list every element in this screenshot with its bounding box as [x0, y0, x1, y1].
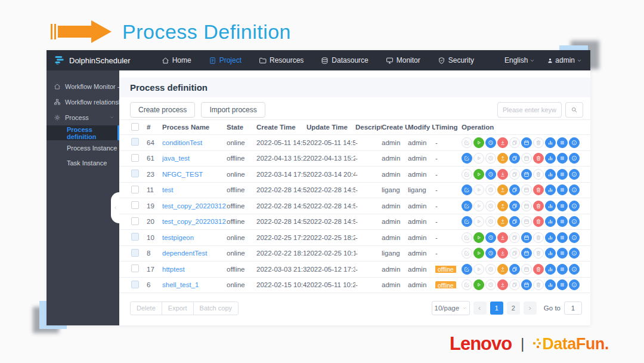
run-button[interactable]	[473, 232, 484, 243]
edit-button[interactable]	[462, 248, 472, 259]
edit-button[interactable]	[462, 216, 472, 227]
tree-view-button[interactable]	[545, 184, 556, 195]
sidebar-collapse-handle[interactable]	[111, 192, 120, 223]
delete-button[interactable]: Delete	[130, 302, 162, 315]
offline-button[interactable]	[497, 248, 508, 259]
info-button[interactable]	[569, 264, 580, 275]
version-button[interactable]	[557, 153, 568, 164]
copy-button[interactable]	[509, 264, 520, 275]
timing-button[interactable]	[485, 201, 496, 211]
info-button[interactable]	[569, 232, 580, 243]
row-checkbox[interactable]	[131, 138, 139, 146]
offline-button[interactable]	[497, 169, 508, 180]
version-button[interactable]	[557, 137, 568, 148]
process-name-link[interactable]: test_copy_20220312143540602	[162, 218, 227, 225]
page-button-1[interactable]: 1	[490, 302, 503, 315]
copy-button[interactable]	[509, 153, 520, 164]
tree-view-button[interactable]	[545, 232, 556, 243]
timing-button[interactable]	[485, 137, 496, 148]
next-page-button[interactable]	[524, 302, 537, 315]
delete-button[interactable]	[533, 264, 544, 275]
sidebar-item-task-instance[interactable]: Task Instance	[47, 155, 119, 170]
process-name-link[interactable]: httptest	[162, 266, 185, 273]
cron-manage-button[interactable]	[521, 184, 532, 195]
row-checkbox[interactable]	[131, 264, 139, 272]
copy-button[interactable]	[509, 184, 520, 195]
row-checkbox[interactable]	[131, 233, 139, 241]
run-button[interactable]	[473, 248, 484, 259]
copy-button[interactable]	[509, 216, 520, 227]
export-button[interactable]: Export	[162, 302, 194, 315]
nav-item-home[interactable]: Home	[162, 56, 191, 64]
row-checkbox[interactable]	[131, 249, 139, 257]
batch-copy-button[interactable]: Batch copy	[193, 302, 239, 315]
edit-button[interactable]	[462, 184, 472, 195]
offline-button[interactable]	[497, 279, 508, 290]
timing-button[interactable]	[485, 232, 496, 243]
info-button[interactable]	[569, 169, 580, 180]
delete-button[interactable]	[533, 216, 544, 227]
tree-view-button[interactable]	[545, 216, 556, 227]
tree-view-button[interactable]	[545, 279, 556, 290]
user-menu[interactable]: admin	[547, 56, 582, 64]
offline-button[interactable]	[497, 232, 508, 243]
brand[interactable]: DolphinScheduler	[54, 54, 131, 66]
online-button[interactable]	[497, 153, 508, 164]
timing-button[interactable]	[485, 279, 496, 290]
nav-item-datasource[interactable]: Datasource	[321, 56, 368, 64]
page-size-select[interactable]: 10/page	[432, 301, 470, 315]
copy-button[interactable]	[509, 201, 520, 211]
timing-button[interactable]	[485, 216, 496, 227]
copy-button[interactable]	[509, 169, 520, 180]
process-name-link[interactable]: test	[162, 186, 174, 193]
copy-button[interactable]	[509, 248, 520, 259]
row-checkbox[interactable]	[131, 170, 139, 177]
row-checkbox[interactable]	[131, 201, 139, 209]
process-name-link[interactable]: NFGC_TEST	[162, 171, 203, 178]
info-button[interactable]	[569, 248, 580, 259]
edit-button[interactable]	[462, 137, 472, 148]
run-button[interactable]	[473, 153, 484, 164]
online-button[interactable]	[497, 184, 508, 195]
process-name-link[interactable]: testpigeon	[162, 234, 194, 241]
copy-button[interactable]	[509, 279, 520, 290]
process-name-link[interactable]: java_test	[162, 155, 190, 162]
goto-page-input[interactable]	[564, 302, 582, 315]
version-button[interactable]	[557, 216, 568, 227]
timing-button[interactable]	[485, 169, 496, 180]
row-checkbox[interactable]	[131, 281, 139, 288]
tree-view-button[interactable]	[545, 137, 556, 148]
run-button[interactable]	[473, 264, 484, 275]
run-button[interactable]	[473, 169, 484, 180]
version-button[interactable]	[557, 169, 568, 180]
search-button[interactable]	[565, 102, 583, 118]
language-selector[interactable]: English	[504, 56, 535, 64]
nav-item-monitor[interactable]: Monitor	[386, 56, 420, 64]
nav-item-security[interactable]: Security	[438, 56, 474, 64]
timing-button[interactable]	[485, 184, 496, 195]
tree-view-button[interactable]	[545, 169, 556, 180]
cron-manage-button[interactable]	[521, 137, 532, 148]
tree-view-button[interactable]	[545, 201, 556, 211]
cron-manage-button[interactable]	[521, 216, 532, 227]
version-button[interactable]	[557, 232, 568, 243]
edit-button[interactable]	[462, 153, 472, 164]
version-button[interactable]	[557, 184, 568, 195]
version-button[interactable]	[557, 201, 568, 211]
online-button[interactable]	[497, 201, 508, 211]
prev-page-button[interactable]	[473, 302, 487, 315]
delete-button[interactable]	[533, 248, 544, 259]
create-process-button[interactable]: Create process	[130, 102, 195, 118]
sidebar-item-process-definition[interactable]: Process definition	[47, 125, 119, 140]
online-button[interactable]	[497, 264, 508, 275]
cron-manage-button[interactable]	[521, 279, 532, 290]
nav-item-project[interactable]: Project	[209, 56, 242, 64]
timing-button[interactable]	[485, 264, 496, 275]
info-button[interactable]	[569, 137, 580, 148]
run-button[interactable]	[473, 216, 484, 227]
sidebar-item-workflow-relationship[interactable]: Workflow relationship	[47, 94, 119, 110]
timing-button[interactable]	[485, 248, 496, 259]
row-checkbox[interactable]	[131, 186, 139, 193]
sidebar-item-workflow-monitor[interactable]: Workflow Monitor - li_pr...	[47, 79, 119, 94]
version-button[interactable]	[557, 248, 568, 259]
